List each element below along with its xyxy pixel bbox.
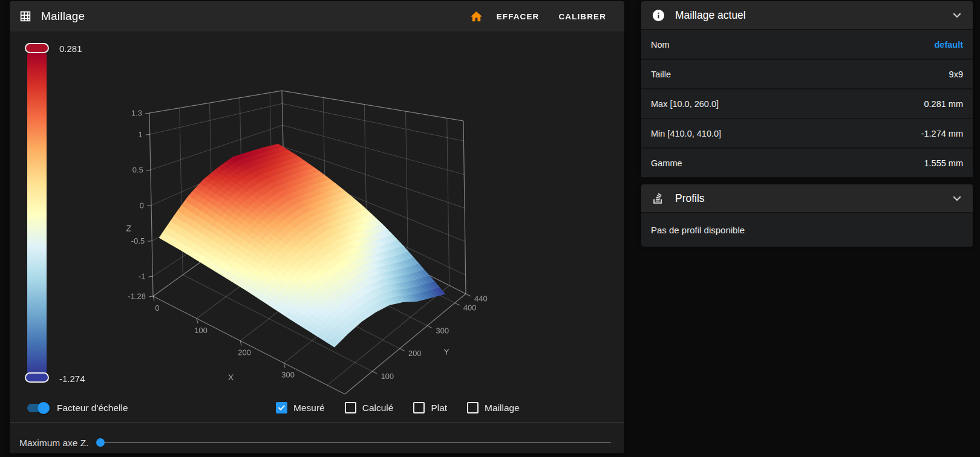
checkbox-wireframe[interactable]: Maillage	[467, 402, 520, 413]
info-icon	[651, 8, 665, 22]
surface-view-options: Mesuré Calculé Plat Maillage	[276, 402, 520, 413]
stack-icon	[651, 191, 665, 206]
chevron-down-icon[interactable]	[950, 8, 964, 22]
scale-factor-toggle[interactable]	[25, 402, 50, 414]
z-max-slider-track[interactable]	[100, 442, 611, 443]
current-mesh-title: Maillage actuel	[675, 9, 746, 22]
chevron-down-icon[interactable]	[950, 191, 964, 206]
heightmap-toolbar: Maillage EFFACER CALIBRER	[10, 1, 624, 31]
colorbar-max-label: 0.281	[59, 44, 82, 54]
checkbox-measured-label: Mesuré	[293, 403, 325, 413]
row-label: Gamme	[651, 158, 682, 168]
grid-icon	[18, 9, 33, 24]
checkbox-calculated-box[interactable]	[345, 402, 356, 413]
colorbar-max-handle[interactable]	[25, 43, 49, 53]
profiles-header: Profils	[641, 184, 973, 212]
checkbox-calculated-label: Calculé	[362, 403, 394, 413]
row-label: Taille	[651, 70, 671, 79]
checkbox-wireframe-box[interactable]	[467, 402, 479, 413]
profiles-title: Profils	[675, 192, 705, 205]
row-label: Min [410.0, 410.0]	[651, 129, 721, 138]
table-row-min: Min [410.0, 410.0] -1.274 mm	[641, 118, 973, 147]
checkbox-flat-label: Plat	[431, 403, 447, 413]
row-label: Max [10.0, 260.0]	[651, 99, 719, 109]
checkbox-measured-box[interactable]	[276, 402, 287, 413]
table-row-max: Max [10.0, 260.0] 0.281 mm	[641, 88, 973, 118]
row-value: 0.281 mm	[924, 99, 963, 109]
colorbar-min-handle[interactable]	[25, 372, 49, 383]
checkbox-wireframe-label: Maillage	[485, 403, 520, 413]
current-mesh-panel: Maillage actuel Nom default Taille 9x9 M…	[641, 1, 973, 171]
page-title: Maillage	[41, 10, 85, 23]
table-row-size: Taille 9x9	[641, 59, 973, 88]
colorbar-min-label: -1.274	[59, 374, 85, 384]
home-button[interactable]	[466, 6, 487, 27]
colorbar-gradient	[27, 53, 47, 375]
clear-mesh-button[interactable]: EFFACER	[487, 7, 549, 26]
current-mesh-header: Maillage actuel	[641, 1, 973, 29]
z-max-slider-row: Maximum axe Z.	[10, 423, 624, 453]
mesh-name-link[interactable]: default	[934, 40, 963, 50]
checkbox-flat-box[interactable]	[413, 402, 425, 413]
table-row-range: Gamme 1.555 mm	[641, 147, 973, 177]
profiles-empty-text: Pas de profil disponible	[641, 212, 973, 247]
heightmap-card: Maillage EFFACER CALIBRER 0.281 -1.274 F…	[10, 1, 624, 453]
profiles-panel: Profils Pas de profil disponible	[641, 184, 973, 245]
z-max-slider-thumb[interactable]	[96, 438, 105, 447]
checkbox-flat[interactable]: Plat	[413, 402, 447, 413]
toggle-thumb	[38, 402, 50, 414]
scale-factor-row: Facteur d'échelle	[25, 402, 128, 414]
table-row-name: Nom default	[641, 29, 973, 59]
check-icon	[277, 403, 286, 412]
checkbox-measured[interactable]: Mesuré	[276, 402, 325, 413]
checkbox-calculated[interactable]: Calculé	[345, 402, 394, 413]
row-value: 1.555 mm	[924, 158, 963, 168]
row-value: 9x9	[949, 70, 963, 79]
scale-factor-label: Facteur d'échelle	[57, 403, 128, 413]
surface-plot-canvas[interactable]	[10, 31, 624, 418]
row-value: -1.274 mm	[921, 129, 963, 138]
calibrate-button[interactable]: CALIBRER	[549, 7, 616, 26]
row-label: Nom	[651, 40, 670, 50]
z-max-slider-label: Maximum axe Z.	[19, 438, 89, 449]
